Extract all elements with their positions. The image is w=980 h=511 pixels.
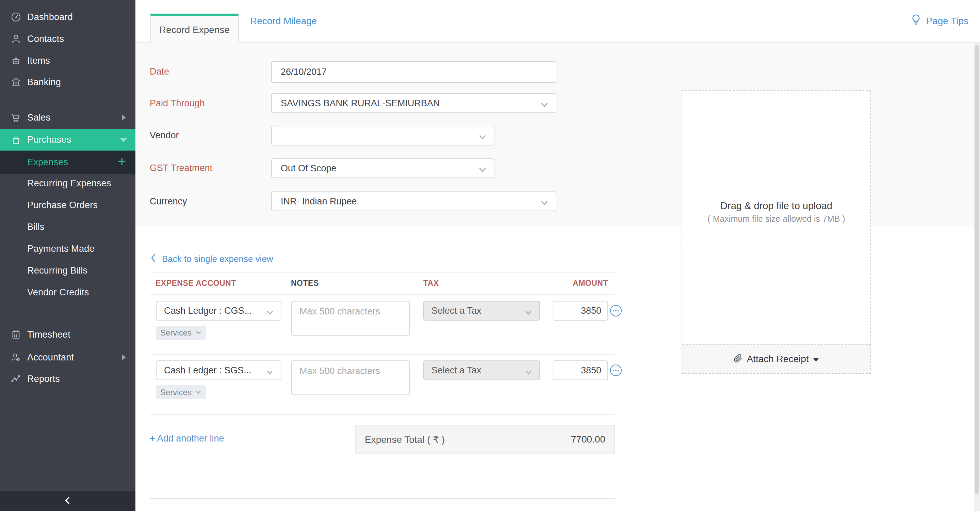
sidebar-collapse-button[interactable] — [0, 491, 135, 511]
sidebar-item-recurring-bills[interactable]: Recurring Bills — [0, 260, 135, 281]
currency-select[interactable]: INR- Indian Rupee — [271, 192, 556, 211]
purchases-icon — [10, 134, 22, 146]
sidebar-item-timesheet[interactable]: Timesheet — [0, 324, 135, 345]
reports-icon — [10, 373, 22, 385]
header-bar: Record Expense Record Mileage Page Tips — [135, 0, 980, 43]
sidebar-item-label: Recurring Bills — [27, 265, 88, 276]
date-input[interactable] — [271, 61, 556, 83]
receipt-dropzone[interactable]: Drag & drop file to upload ( Maximum fil… — [682, 90, 871, 374]
lightbulb-icon — [910, 14, 922, 28]
chevron-down-icon — [120, 138, 127, 142]
dropzone-size-note: ( Maximum file size allowed is 7MB ) — [682, 214, 870, 224]
sidebar-item-contacts[interactable]: Contacts — [0, 28, 135, 50]
item-type-tag[interactable]: Services — [156, 385, 206, 399]
sidebar-item-expenses[interactable]: Expenses + — [0, 150, 135, 174]
column-header-amount: AMOUNT — [544, 279, 608, 288]
back-link-label: Back to single expense view — [162, 254, 273, 264]
sidebar-item-label: Purchases — [27, 134, 71, 145]
add-another-line-link[interactable]: + Add another line — [150, 433, 224, 444]
sidebar-item-vendor-credits[interactable]: Vendor Credits — [0, 281, 135, 303]
sidebar-item-payments-made[interactable]: Payments Made — [0, 238, 135, 260]
sales-icon — [10, 112, 22, 123]
vendor-select[interactable] — [271, 126, 495, 145]
page-tips-label: Page Tips — [926, 16, 969, 27]
dropzone-title: Drag & drop file to upload — [682, 200, 870, 212]
sidebar-item-purchases[interactable]: Purchases — [0, 129, 135, 150]
gst-treatment-label: GST Treatment — [150, 162, 212, 174]
sidebar-item-bills[interactable]: Bills — [0, 216, 135, 238]
column-header-notes: NOTES — [291, 279, 319, 288]
date-label: Date — [150, 66, 169, 77]
select-chevron-icon — [266, 367, 274, 378]
tax-value: Select a Tax — [431, 365, 482, 376]
row-divider — [150, 414, 615, 415]
sidebar-item-label: Recurring Expenses — [27, 178, 111, 189]
sidebar-item-label: Timesheet — [27, 329, 70, 340]
sidebar-item-reports[interactable]: Reports — [0, 368, 135, 390]
page-tips-link[interactable]: Page Tips — [910, 0, 969, 42]
scrollbar-thumb[interactable] — [975, 45, 979, 494]
paperclip-icon — [733, 354, 743, 364]
contacts-icon — [10, 33, 22, 45]
tab-label: Record Mileage — [250, 16, 317, 27]
more-options-icon[interactable] — [610, 305, 622, 316]
sidebar-item-label: Vendor Credits — [27, 287, 89, 298]
expense-form-page: Dashboard Contacts Items Banking Sales — [0, 0, 980, 511]
item-type-label: Services — [160, 388, 192, 397]
item-type-tag[interactable]: Services — [156, 326, 206, 340]
attach-receipt-button[interactable]: Attach Receipt — [682, 345, 870, 373]
paid-through-select[interactable]: SAVINGS BANK RURAL-SEMIURBAN — [271, 93, 556, 113]
sidebar-item-recurring-expenses[interactable]: Recurring Expenses — [0, 172, 135, 194]
sidebar-item-label: Purchase Orders — [27, 200, 98, 211]
sidebar-item-label: Payments Made — [27, 244, 95, 254]
tab-record-expense[interactable]: Record Expense — [150, 14, 239, 44]
notes-textarea[interactable] — [291, 301, 410, 335]
sidebar-item-label: Contacts — [27, 34, 64, 44]
sidebar: Dashboard Contacts Items Banking Sales — [0, 0, 135, 511]
sidebar-item-dashboard[interactable]: Dashboard — [0, 6, 135, 28]
chevron-down-icon — [195, 331, 202, 335]
chevron-down-icon — [195, 390, 202, 395]
back-to-single-expense-link[interactable]: Back to single expense view — [150, 253, 273, 265]
expense-total-label: Expense Total ( ₹ ) — [365, 434, 445, 445]
table-top-divider — [150, 273, 615, 273]
attach-receipt-label: Attach Receipt — [746, 354, 808, 364]
select-chevron-icon — [524, 308, 533, 318]
expense-total-value: 7700.00 — [571, 434, 605, 445]
accountant-icon — [10, 351, 22, 363]
sidebar-item-accountant[interactable]: Accountant — [0, 347, 135, 368]
expense-account-select[interactable]: Cash Ledger : SGS... — [156, 361, 282, 380]
sidebar-item-label: Dashboard — [27, 12, 73, 22]
amount-input[interactable] — [553, 301, 608, 321]
amount-input[interactable] — [553, 361, 608, 380]
sidebar-item-purchase-orders[interactable]: Purchase Orders — [0, 194, 135, 216]
sidebar-item-label: Reports — [27, 374, 60, 384]
chevron-right-icon — [122, 354, 126, 361]
sidebar-item-banking[interactable]: Banking — [0, 71, 135, 93]
add-expense-icon[interactable]: + — [118, 155, 126, 168]
more-options-icon[interactable] — [610, 364, 622, 376]
select-chevron-icon — [540, 100, 549, 111]
section-divider — [150, 498, 615, 499]
tab-record-mileage[interactable]: Record Mileage — [250, 0, 317, 42]
sidebar-item-label: Expenses — [27, 157, 68, 168]
currency-label: Currency — [150, 196, 187, 207]
tax-value: Select a Tax — [431, 306, 482, 316]
sidebar-item-label: Sales — [27, 112, 51, 123]
sidebar-item-label: Banking — [27, 77, 61, 88]
gst-treatment-value: Out Of Scope — [281, 163, 337, 174]
sidebar-item-items[interactable]: Items — [0, 50, 135, 72]
chevron-right-icon — [122, 115, 126, 121]
vendor-label: Vendor — [150, 129, 179, 141]
column-header-expense-account: EXPENSE ACCOUNT — [156, 279, 236, 288]
sidebar-item-label: Bills — [27, 222, 45, 232]
sidebar-item-label: Accountant — [27, 352, 74, 363]
tax-select[interactable]: Select a Tax — [423, 361, 540, 380]
select-chevron-icon — [478, 133, 487, 143]
expense-account-select[interactable]: Cash Ledger : CGS... — [156, 301, 282, 321]
tax-select[interactable]: Select a Tax — [423, 301, 540, 321]
notes-textarea[interactable] — [291, 361, 410, 395]
collapse-chevron-icon — [62, 495, 73, 508]
gst-treatment-select[interactable]: Out Of Scope — [271, 158, 495, 178]
sidebar-item-sales[interactable]: Sales — [0, 107, 135, 128]
